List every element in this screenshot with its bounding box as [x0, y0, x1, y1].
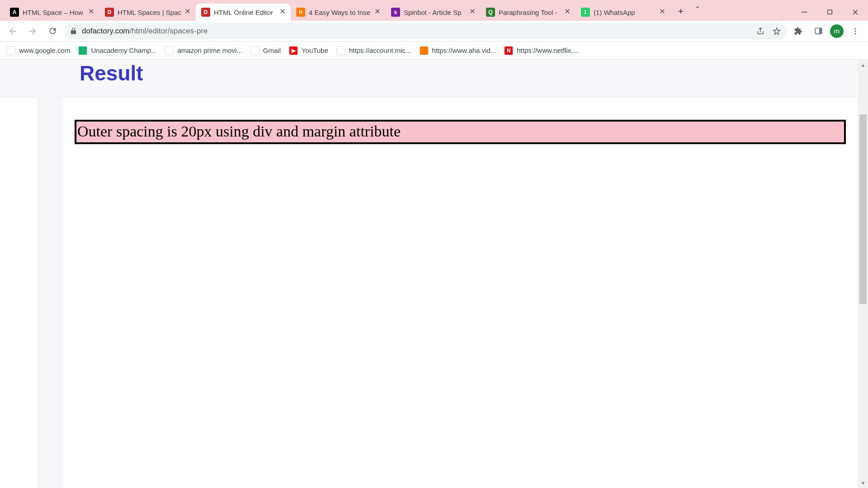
svg-rect-3 [819, 28, 822, 34]
window-close-button[interactable] [843, 3, 868, 22]
forward-button[interactable] [24, 23, 41, 39]
bookmark-item[interactable]: https://www.aha.vid... [420, 46, 496, 55]
result-body: Outer spacing is 20px using div and marg… [63, 108, 857, 155]
tab-title: HTML Online Editor [214, 9, 276, 16]
close-icon [852, 9, 859, 15]
maximize-button[interactable] [817, 3, 843, 22]
reload-button[interactable] [44, 23, 61, 39]
tab-favicon: Q [486, 8, 495, 17]
arrow-right-icon [28, 26, 38, 36]
result-heading: Result [0, 60, 857, 98]
bookmark-star-icon[interactable] [772, 27, 781, 36]
bookmark-favicon [420, 46, 429, 55]
url-text: dofactory.com/html/editor/spaces-pre [82, 27, 208, 36]
chevron-down-icon [694, 4, 701, 11]
extensions-button[interactable] [790, 23, 807, 39]
close-icon [280, 9, 285, 14]
browser-toolbar: dofactory.com/html/editor/spaces-pre m [0, 21, 868, 42]
close-icon [470, 9, 475, 14]
browser-tab[interactable]: DHTML Online Editor [196, 4, 291, 21]
bookmark-item[interactable]: MGmail [250, 46, 281, 55]
bookmark-item[interactable]: ⊞https://account.mic... [336, 46, 411, 55]
svg-rect-0 [802, 12, 807, 13]
new-tab-button[interactable] [673, 4, 689, 19]
tab-close-button[interactable] [565, 9, 572, 16]
bookmark-favicon: ▶ [289, 46, 298, 55]
minimize-icon [802, 9, 808, 15]
tab-favicon: h [296, 8, 305, 17]
sidepanel-button[interactable] [810, 23, 826, 39]
browser-tab[interactable]: h4 Easy Ways to Inse [291, 4, 386, 21]
bookmark-item[interactable]: Nhttps://www.netflix.... [504, 46, 579, 55]
bookmark-item[interactable]: Gwww.google.com [6, 46, 70, 55]
puzzle-icon [794, 27, 803, 36]
minimize-button[interactable] [792, 3, 817, 22]
close-icon [185, 9, 190, 14]
address-bar[interactable]: dofactory.com/html/editor/spaces-pre [64, 23, 787, 39]
plus-icon [677, 7, 685, 15]
bookmark-label: https://www.netflix.... [517, 47, 579, 54]
bookmark-label: https://account.mic... [349, 47, 411, 54]
close-icon [660, 9, 665, 14]
tab-close-button[interactable] [375, 9, 382, 16]
tab-close-button[interactable] [185, 9, 192, 16]
tab-title: HTML Space – How [23, 9, 85, 16]
lock-icon [70, 27, 77, 35]
chrome-menu-button[interactable] [847, 23, 863, 39]
svg-point-5 [855, 30, 856, 32]
close-icon [89, 9, 94, 14]
scroll-down-arrow[interactable]: ▼ [858, 478, 868, 488]
bookmark-favicon [78, 46, 87, 55]
tab-favicon: D [201, 8, 210, 17]
browser-tab[interactable]: DHTML Spaces | Spac [99, 4, 196, 21]
bookmark-label: Gmail [263, 47, 281, 54]
browser-tab[interactable]: AHTML Space – How [5, 4, 99, 21]
panel-icon [814, 27, 823, 35]
bookmark-label: https://www.aha.vid... [432, 47, 496, 54]
avatar-letter: m [834, 27, 840, 35]
result-panel: Result Outer spacing is 20px using div a… [63, 60, 857, 488]
bookmark-favicon: N [504, 46, 513, 55]
tab-favicon: A [10, 8, 19, 17]
tab-close-button[interactable] [660, 9, 667, 16]
tab-close-button[interactable] [89, 9, 96, 16]
svg-rect-1 [827, 9, 831, 14]
bookmark-item[interactable]: Unacademy Champ... [78, 46, 156, 55]
browser-tab[interactable]: sSpinbot - Article Sp [386, 4, 481, 21]
arrow-left-icon [8, 26, 18, 36]
maximize-icon [827, 9, 833, 15]
tab-title: HTML Spaces | Spac [118, 9, 181, 16]
tab-title: 4 Easy Ways to Inse [309, 9, 371, 16]
browser-tab[interactable]: QParaphrasing Tool - [481, 4, 576, 21]
tab-close-button[interactable] [470, 9, 477, 16]
bookmark-item[interactable]: Gamazon prime movi... [165, 46, 242, 55]
svg-point-4 [855, 28, 856, 29]
tab-close-button[interactable] [280, 9, 287, 16]
bookmark-label: amazon prime movi... [177, 47, 242, 54]
back-button[interactable] [5, 23, 21, 39]
bookmark-label: www.google.com [19, 47, 70, 54]
vertical-scrollbar[interactable]: ▲ ▼ [858, 60, 868, 488]
tab-favicon: s [391, 8, 400, 17]
output-box: Outer spacing is 20px using div and marg… [75, 120, 846, 144]
bookmarks-bar: Gwww.google.comUnacademy Champ...Gamazon… [0, 42, 868, 60]
bookmark-favicon: ⊞ [336, 46, 345, 55]
share-icon[interactable] [756, 27, 765, 36]
tab-favicon: D [105, 8, 114, 17]
browser-tab[interactable]: 1(1) WhatsApp [576, 4, 670, 21]
profile-avatar[interactable]: m [830, 24, 844, 38]
tab-search-button[interactable] [689, 4, 707, 11]
left-gutter [0, 60, 38, 488]
browser-titlebar: AHTML Space – HowDHTML Spaces | SpacDHTM… [0, 0, 868, 21]
bookmark-item[interactable]: ▶YouTube [289, 46, 328, 55]
bookmark-label: YouTube [302, 47, 328, 54]
bookmark-favicon: M [250, 46, 259, 55]
tab-title: Spinbot - Article Sp [404, 9, 466, 16]
page-viewport: Result Outer spacing is 20px using div a… [0, 60, 868, 488]
tab-strip: AHTML Space – HowDHTML Spaces | SpacDHTM… [0, 4, 670, 21]
bookmark-favicon: G [165, 46, 174, 55]
scrollbar-thumb[interactable] [859, 114, 867, 304]
tab-favicon: 1 [581, 8, 590, 17]
close-icon [375, 9, 380, 14]
scroll-up-arrow[interactable]: ▲ [858, 60, 868, 70]
